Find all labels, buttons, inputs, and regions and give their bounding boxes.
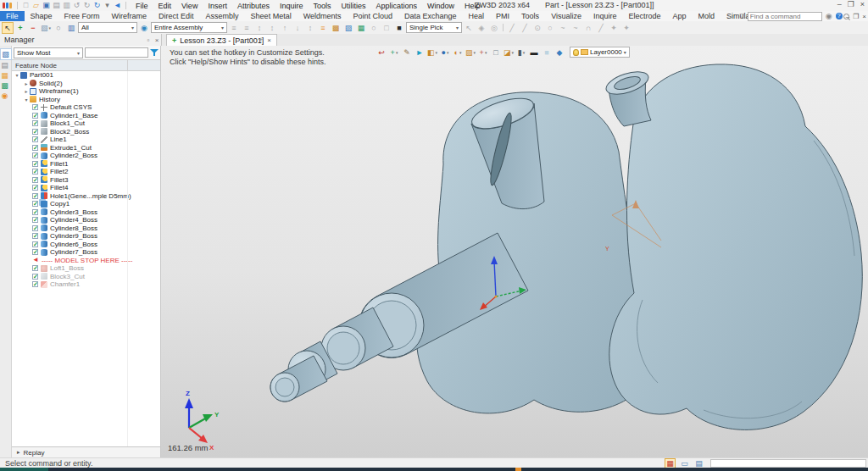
- feature-tree-row[interactable]: Block1_Cut: [12, 119, 160, 128]
- feature-tree-row[interactable]: ▸ Wireframe(1): [12, 87, 160, 96]
- ribbon-tab[interactable]: Assembly: [200, 11, 245, 21]
- feature-tree-row[interactable]: Extrude1_Cut: [12, 144, 160, 152]
- tree-expander-icon[interactable]: ▾: [23, 97, 30, 103]
- feature-checkbox[interactable]: [32, 249, 38, 255]
- history-clock-icon[interactable]: ○: [368, 22, 380, 34]
- feature-checkbox[interactable]: [32, 265, 38, 271]
- snap-hand2-icon[interactable]: ✦: [620, 22, 632, 34]
- feature-checkbox[interactable]: [32, 281, 38, 287]
- feature-checkbox[interactable]: [32, 169, 38, 175]
- assembly-manager-tab-icon[interactable]: ▤: [0, 60, 10, 70]
- ribbon-tab[interactable]: Shape: [25, 11, 58, 21]
- snap-curve-icon[interactable]: ~: [557, 22, 569, 34]
- feature-checkbox[interactable]: [32, 145, 38, 151]
- help-icon[interactable]: ?: [836, 13, 843, 19]
- menu-item[interactable]: Edit: [153, 2, 177, 10]
- feature-checkbox[interactable]: [32, 136, 38, 142]
- open-folder-icon[interactable]: ▱: [31, 1, 41, 10]
- role-manager-tab-icon[interactable]: ◉: [0, 91, 10, 101]
- ribbon-tab[interactable]: Wireframe: [106, 11, 153, 21]
- lasso-pick-icon[interactable]: ○: [53, 22, 64, 34]
- ribbon-tab[interactable]: Inquire: [587, 11, 623, 21]
- filter-shape-icon[interactable]: ↓: [292, 22, 303, 34]
- image-folder-icon[interactable]: ▩: [330, 22, 342, 34]
- feature-checkbox[interactable]: [32, 177, 38, 183]
- feature-tree-row[interactable]: Cylinder6_Boss: [12, 241, 160, 249]
- section-view-icon[interactable]: ◪: [503, 47, 515, 58]
- feature-tree-row[interactable]: Cylinder8_Boss: [12, 224, 160, 233]
- feature-tree-row[interactable]: Cylinder1_Base: [12, 112, 160, 120]
- feature-checkbox[interactable]: [32, 233, 38, 239]
- filter-combo[interactable]: All▾: [78, 22, 137, 33]
- pick-stamp-icon[interactable]: ◈: [476, 22, 487, 34]
- menu-item[interactable]: Utilities: [336, 2, 370, 10]
- exit-icon[interactable]: ↩: [376, 47, 387, 58]
- restore-button[interactable]: ❐: [848, 0, 854, 8]
- ribbon-collapse-icon[interactable]: ▽: [739, 13, 743, 19]
- feature-tree-row[interactable]: Block2_Boss: [12, 128, 160, 136]
- menu-item[interactable]: Attributes: [232, 2, 275, 10]
- close-button[interactable]: ×: [860, 0, 865, 8]
- appearance-icon[interactable]: ▨: [465, 47, 476, 58]
- regen-icon[interactable]: ↻: [92, 1, 102, 10]
- feature-tree-row[interactable]: Cylinder4_Boss: [12, 216, 160, 224]
- menu-item[interactable]: Tools: [308, 2, 336, 10]
- feature-tree-row[interactable]: Cylinder9_Boss: [12, 232, 160, 241]
- visual-manager-tab-icon[interactable]: ▩: [0, 80, 10, 91]
- tree-expander-icon[interactable]: ▸: [23, 88, 30, 94]
- feature-tree-row[interactable]: Cylinder7_Boss: [12, 248, 160, 257]
- monitor-icon[interactable]: ▭: [680, 459, 689, 468]
- filter-component-icon[interactable]: ↕: [304, 22, 316, 34]
- tree-expander-icon[interactable]: ▸: [23, 80, 30, 86]
- menu-item[interactable]: View: [176, 2, 203, 10]
- snap-arc-icon[interactable]: ∩: [582, 22, 594, 34]
- ribbon-tab[interactable]: Data Exchange: [398, 11, 463, 21]
- solid-display-icon[interactable]: ■: [393, 22, 405, 34]
- feature-tree-row[interactable]: ▾ Part001: [12, 71, 160, 80]
- feature-checkbox[interactable]: [32, 193, 38, 199]
- shaded-display-icon[interactable]: ●: [439, 47, 451, 58]
- new-file-icon[interactable]: □: [21, 1, 31, 10]
- filter-point-icon[interactable]: ↕: [253, 22, 265, 34]
- save-icon[interactable]: ▣: [42, 1, 51, 10]
- replay-expander-icon[interactable]: ▸: [17, 449, 20, 456]
- filter-funnel-icon[interactable]: [150, 48, 159, 57]
- print-icon[interactable]: ▤: [52, 1, 61, 10]
- scope-combo[interactable]: Entire Assembly▾: [151, 22, 227, 33]
- menu-item[interactable]: Window: [422, 2, 459, 10]
- feature-checkbox[interactable]: [32, 274, 38, 280]
- scene-image-icon[interactable]: ▦: [355, 22, 367, 34]
- model-crankshaft[interactable]: Y Z Y X: [161, 46, 868, 457]
- material-icon[interactable]: ◆: [554, 47, 565, 58]
- feature-checkbox[interactable]: [32, 209, 38, 215]
- feature-tree-row[interactable]: Fillet3: [12, 176, 160, 185]
- layer-combo[interactable]: Layer0000 ▾: [570, 47, 630, 58]
- pick-circle-icon[interactable]: ◎: [488, 22, 500, 34]
- feature-checkbox[interactable]: [32, 113, 38, 119]
- snap-spline-icon[interactable]: ~: [570, 22, 581, 34]
- graphics-viewport[interactable]: Y Z Y X You can set the hotkey in Custom…: [161, 46, 868, 457]
- add-entity-icon[interactable]: +: [14, 22, 26, 34]
- feature-checkbox[interactable]: [32, 201, 38, 207]
- point-style-icon[interactable]: +: [388, 47, 400, 58]
- ribbon-tab[interactable]: App: [667, 11, 693, 21]
- close-panel-icon[interactable]: ×: [153, 36, 161, 44]
- command-search[interactable]: [748, 12, 822, 21]
- ribbon-tab[interactable]: Heal: [463, 11, 491, 21]
- feature-tree-row[interactable]: Fillet4: [12, 184, 160, 192]
- ribbon-tab[interactable]: Weldments: [298, 11, 348, 21]
- manager-filter-input[interactable]: [85, 47, 148, 58]
- feature-tree-row[interactable]: Fillet2: [12, 168, 160, 176]
- feature-tree-row[interactable]: Loft1_Boss: [12, 264, 160, 273]
- tree-expander-icon[interactable]: ▾: [14, 72, 20, 78]
- capture-image-icon[interactable]: ▧: [40, 22, 52, 34]
- zoom-window-icon[interactable]: □: [490, 47, 502, 58]
- feature-checkbox[interactable]: [32, 185, 38, 191]
- filter-curve-icon[interactable]: ↕: [266, 22, 278, 34]
- sketch-pencil-icon[interactable]: ✎: [401, 47, 413, 58]
- doc-close-button[interactable]: ×: [862, 13, 866, 20]
- plot-icon[interactable]: ▥: [65, 22, 77, 34]
- orient-cross-icon[interactable]: +: [477, 47, 489, 58]
- feature-checkbox[interactable]: [32, 161, 38, 167]
- align-plane-icon[interactable]: ≡: [241, 22, 253, 34]
